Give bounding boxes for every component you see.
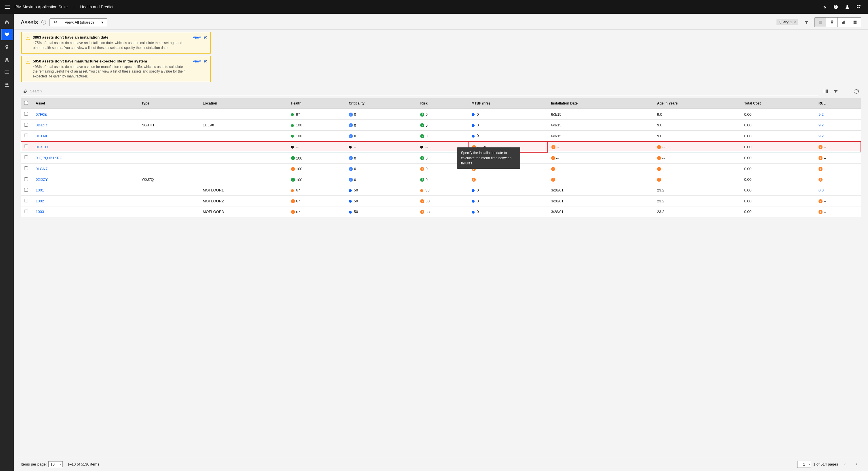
notification-content-1: 3863 assets don't have an installation d… bbox=[33, 35, 185, 50]
health-value: -- bbox=[296, 145, 299, 149]
settings-icon[interactable] bbox=[820, 2, 829, 11]
list-view-button[interactable] bbox=[815, 18, 826, 27]
row-checkbox[interactable] bbox=[24, 167, 28, 170]
prev-page-button[interactable]: ‹ bbox=[840, 460, 849, 469]
asset-link[interactable]: 1001 bbox=[36, 188, 44, 192]
rul-link[interactable]: 0.0 bbox=[818, 188, 824, 192]
health-value: 100 bbox=[296, 167, 303, 171]
col-header-health[interactable]: Health bbox=[287, 98, 345, 109]
rul-link[interactable]: 9.2 bbox=[818, 112, 824, 117]
install-date-cell: 3/28/01 bbox=[548, 185, 654, 196]
rul-cell: 9.2 bbox=[815, 130, 861, 141]
col-header-age[interactable]: Age in Years bbox=[654, 98, 741, 109]
menu-hamburger-icon[interactable] bbox=[5, 5, 10, 9]
view-chevron-icon: ▾ bbox=[101, 20, 103, 25]
col-header-type[interactable]: Type bbox=[138, 98, 199, 109]
type-cell: YOJ7Q bbox=[138, 174, 199, 185]
col-header-criticality[interactable]: Criticality bbox=[345, 98, 417, 109]
search-input[interactable] bbox=[21, 87, 818, 95]
map-view-button[interactable] bbox=[826, 18, 838, 27]
asset-link[interactable]: 1003 bbox=[36, 210, 44, 214]
total-cost-cell: 0.00 bbox=[741, 109, 815, 120]
rul-link[interactable]: 9.2 bbox=[818, 134, 824, 138]
sidebar-home-icon[interactable] bbox=[1, 16, 13, 28]
asset-cell: 07F0E bbox=[32, 109, 138, 120]
notification-close-1[interactable]: ✕ bbox=[204, 35, 208, 40]
grid-view-button[interactable] bbox=[849, 18, 861, 27]
row-checkbox[interactable] bbox=[24, 155, 28, 159]
col-header-total-cost[interactable]: Total Cost bbox=[741, 98, 815, 109]
rul-link[interactable]: 9.2 bbox=[818, 123, 824, 127]
refresh-button[interactable] bbox=[852, 87, 861, 96]
crit-value: 0 bbox=[354, 156, 356, 160]
table-header-row: Asset ↑ Type Location Health Criticality… bbox=[21, 98, 861, 109]
select-all-header[interactable] bbox=[21, 98, 32, 109]
page-number-input[interactable] bbox=[797, 461, 811, 468]
select-all-checkbox[interactable] bbox=[24, 101, 28, 105]
filter-button[interactable] bbox=[802, 18, 811, 27]
status-icon: i bbox=[818, 210, 823, 214]
sidebar-screen-icon[interactable] bbox=[1, 67, 13, 78]
view-label: View: All (shared) bbox=[65, 20, 94, 25]
row-checkbox[interactable] bbox=[24, 177, 28, 181]
help-icon[interactable] bbox=[831, 2, 840, 11]
asset-cell: 0CT4X bbox=[32, 130, 138, 141]
query-badge[interactable]: Query: 1 ✕ bbox=[776, 19, 798, 25]
grid-icon[interactable] bbox=[854, 2, 863, 11]
col-header-risk[interactable]: Risk bbox=[417, 98, 468, 109]
asset-link[interactable]: 07F0E bbox=[36, 112, 46, 117]
sidebar-location-icon[interactable] bbox=[1, 41, 13, 53]
page-select-wrap[interactable] bbox=[797, 461, 811, 468]
rul-value: -- bbox=[824, 145, 826, 149]
row-checkbox[interactable] bbox=[24, 199, 28, 202]
row-checkbox[interactable] bbox=[24, 112, 28, 116]
status-dot bbox=[472, 135, 474, 138]
sidebar-layers-icon[interactable] bbox=[1, 54, 13, 66]
col-header-asset[interactable]: Asset ↑ bbox=[32, 98, 138, 109]
row-checkbox[interactable] bbox=[24, 188, 28, 192]
asset-link[interactable]: 1002 bbox=[36, 199, 44, 203]
sidebar-health-icon[interactable] bbox=[1, 29, 13, 40]
total-cost-cell: 0.00 bbox=[741, 163, 815, 174]
items-per-page-select[interactable]: 5 10 20 50 100 bbox=[48, 461, 63, 467]
sidebar-people-icon[interactable] bbox=[1, 80, 13, 91]
row-checkbox[interactable] bbox=[24, 145, 28, 148]
rul-cell: 0.0 bbox=[815, 185, 861, 196]
asset-cell: 1002 bbox=[32, 196, 138, 206]
asset-link[interactable]: 0LGN7 bbox=[36, 167, 48, 171]
next-page-button[interactable]: › bbox=[852, 460, 861, 469]
status-icon: i bbox=[818, 178, 823, 182]
mtbf-cell: 0 bbox=[468, 130, 548, 141]
status-dot bbox=[291, 146, 294, 149]
col-header-install-date[interactable]: Installation Date bbox=[548, 98, 654, 109]
user-icon[interactable] bbox=[843, 2, 852, 11]
asset-link[interactable]: 0XDZY bbox=[36, 177, 48, 182]
asset-link[interactable]: 0CT4X bbox=[36, 134, 47, 138]
col-header-mtbf[interactable]: MTBF (hrs) bbox=[468, 98, 548, 109]
status-dot bbox=[291, 124, 294, 127]
col-header-rul[interactable]: RUL bbox=[815, 98, 861, 109]
row-checkbox[interactable] bbox=[24, 134, 28, 137]
info-icon[interactable]: i bbox=[41, 20, 46, 25]
query-close-icon[interactable]: ✕ bbox=[793, 20, 796, 24]
row-checkbox[interactable] bbox=[24, 123, 28, 127]
col-header-location[interactable]: Location bbox=[199, 98, 287, 109]
row-checkbox[interactable] bbox=[24, 210, 28, 213]
risk-cell: i 0 bbox=[417, 130, 468, 141]
notification-close-2[interactable]: ✕ bbox=[204, 59, 208, 64]
status-icon: i bbox=[291, 156, 295, 160]
filter-rows-button[interactable] bbox=[831, 87, 840, 96]
view-selector[interactable]: View: All (shared) ▾ bbox=[50, 19, 107, 26]
status-icon: i bbox=[349, 156, 353, 160]
rul-cell: i -- bbox=[815, 174, 861, 185]
chart-view-button[interactable] bbox=[838, 18, 849, 27]
risk-value: 0 bbox=[425, 123, 427, 127]
asset-link[interactable]: 0JQPQJB1KRC bbox=[36, 156, 62, 160]
add-row-button[interactable] bbox=[841, 87, 851, 96]
asset-link[interactable]: 0FXED bbox=[36, 145, 48, 149]
items-per-page-select-wrap[interactable]: 5 10 20 50 100 bbox=[48, 461, 63, 467]
column-settings-button[interactable] bbox=[821, 87, 830, 96]
sidebar-filter-icon[interactable] bbox=[1, 92, 13, 104]
asset-link[interactable]: 0BJZR bbox=[36, 123, 47, 127]
type-cell bbox=[138, 206, 199, 217]
